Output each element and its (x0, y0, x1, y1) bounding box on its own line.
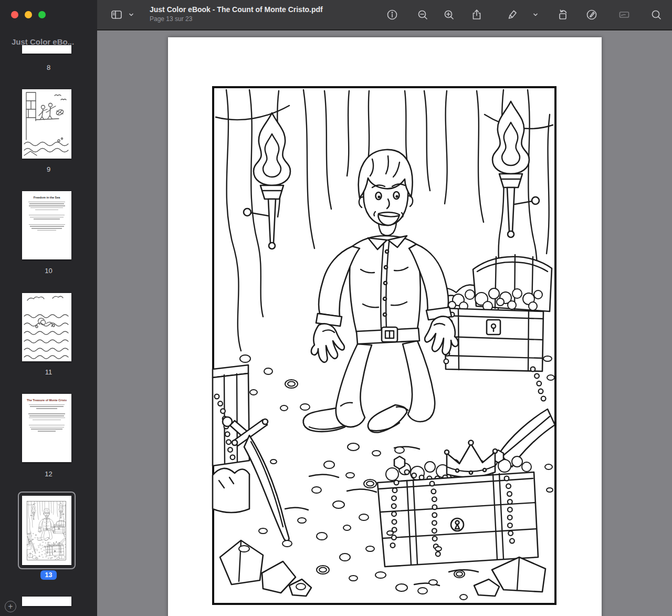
add-page-button[interactable]: + (5, 601, 16, 612)
thumb-9-art (22, 89, 71, 159)
thumb-10-heading: Freedom in the Sea (26, 196, 68, 200)
markup-pen-button[interactable] (583, 7, 601, 23)
page-label-8: 8 (0, 64, 97, 71)
zoom-in-button[interactable] (440, 7, 458, 23)
zoom-out-button[interactable] (414, 7, 432, 23)
highlighter-chevron-down-icon[interactable] (531, 7, 540, 23)
thumbnail-page-13[interactable] (22, 496, 71, 565)
page-label-9: 9 (0, 165, 97, 173)
preview-window: Just Color eBo... 8 (0, 0, 672, 616)
thumbnail-page-11[interactable] (22, 293, 71, 361)
page-label-11: 11 (0, 368, 97, 376)
pdf-page (168, 37, 602, 616)
toolbar: Just Color eBook - The Count of Monte Cr… (97, 0, 672, 30)
page-indicator: Page 13 sur 23 (150, 15, 323, 23)
share-button[interactable] (468, 7, 486, 23)
thumbnail-page-10[interactable]: Freedom in the Sea (22, 191, 71, 259)
traffic-lights (11, 11, 46, 18)
minimize-button[interactable] (25, 11, 32, 18)
thumb-10-text: Freedom in the Sea (22, 191, 71, 231)
thumb-13-art (27, 501, 66, 560)
illustration-svg (212, 86, 557, 605)
fill-and-sign-button[interactable] (615, 7, 633, 23)
pdf-scroll-area[interactable] (97, 30, 672, 616)
thumbnail-sidebar: Just Color eBo... 8 (0, 0, 97, 616)
selected-page-badge: 13 (40, 570, 57, 580)
page-label-12: 12 (0, 470, 97, 478)
page-label-10: 10 (0, 267, 97, 275)
thumb-11-art (22, 293, 71, 361)
search-button[interactable] (647, 7, 665, 23)
thumbnail-page-8-partial[interactable] (22, 45, 71, 54)
thumb-12-text: The Treasure of Monte Cristo (22, 394, 71, 432)
thumbnail-page-12[interactable]: The Treasure of Monte Cristo (22, 394, 71, 462)
coloring-illustration (212, 86, 557, 605)
thumbnail-next-partial[interactable] (22, 597, 71, 606)
thumb-12-heading: The Treasure of Monte Cristo (26, 399, 68, 402)
rotate-button[interactable] (554, 7, 572, 23)
main-area: Just Color eBook - The Count of Monte Cr… (97, 0, 672, 616)
highlighter-button[interactable] (503, 7, 521, 23)
info-button[interactable] (383, 7, 401, 23)
thumbnail-page-9[interactable] (22, 89, 71, 159)
sidebar-toggle-button[interactable] (108, 7, 125, 23)
zoom-button[interactable] (38, 11, 46, 18)
title-block: Just Color eBook - The Count of Monte Cr… (150, 5, 323, 23)
window-title: Just Color eBook - The Count of Monte Cr… (150, 5, 323, 14)
close-button[interactable] (11, 11, 18, 18)
sidebar-chevron-down-icon[interactable] (127, 7, 136, 23)
